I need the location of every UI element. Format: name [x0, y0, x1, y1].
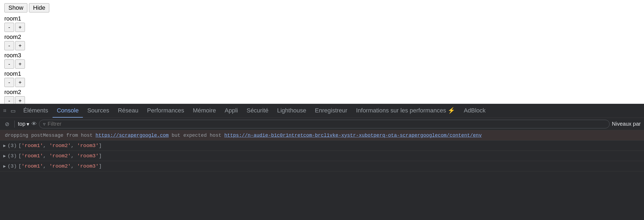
devtools-tab-enregistreur[interactable]: Enregistreur: [311, 104, 352, 118]
toolbar-divider-1: [14, 121, 15, 128]
devtools-tab-sources[interactable]: Sources: [83, 104, 113, 118]
devtools-tab-réseau[interactable]: Réseau: [113, 104, 143, 118]
room-plus-button-0[interactable]: +: [15, 23, 25, 32]
room-label-3: room1: [4, 70, 640, 77]
room-minus-button-1[interactable]: -: [4, 41, 14, 50]
devtools-tab-mémoire[interactable]: Mémoire: [188, 104, 220, 118]
room-label-4: room2: [4, 89, 640, 96]
room-section-4: room2-+: [4, 89, 640, 105]
context-selector[interactable]: top ▾: [18, 121, 29, 127]
levels-label: Niveaux par: [612, 121, 641, 127]
filter-bar[interactable]: ▿: [39, 120, 610, 128]
count-2: (3): [8, 153, 17, 159]
count-3: (3): [8, 163, 17, 169]
devtools-tabs-bar: ⌗ ▭ ÉlémentsConsoleSourcesRéseauPerforma…: [0, 104, 644, 118]
room-label-1: room2: [4, 34, 640, 41]
devtools-tab-lighthouse[interactable]: Lighthouse: [273, 104, 311, 118]
room-minus-button-3[interactable]: -: [4, 78, 14, 87]
array-1: ['room1', 'room2', 'room3']: [18, 143, 102, 149]
array-2: ['room1', 'room2', 'room3']: [18, 153, 102, 159]
filter-input[interactable]: [48, 121, 606, 127]
console-log-line-1: ▶ (3) ['room1', 'room2', 'room3']: [0, 141, 644, 151]
count-1: (3): [8, 143, 17, 149]
filter-icon: ▿: [43, 121, 45, 127]
room-plus-button-3[interactable]: +: [15, 78, 25, 87]
context-label: top: [18, 121, 25, 127]
devtools-tab-adblock[interactable]: AdBlock: [459, 104, 490, 118]
devtools-panel: ⌗ ▭ ÉlémentsConsoleSourcesRéseauPerforma…: [0, 104, 644, 220]
show-button[interactable]: Show: [4, 3, 27, 12]
room-controls-2: -+: [4, 59, 640, 69]
console-error-line: dropping postMessage from host https://s…: [0, 130, 644, 141]
devtools-tab-éléments[interactable]: Éléments: [19, 104, 53, 118]
room-plus-button-1[interactable]: +: [15, 41, 25, 50]
room-controls-1: -+: [4, 41, 640, 50]
devtools-tab-performances[interactable]: Performances: [143, 104, 188, 118]
eye-icon[interactable]: 👁: [31, 121, 37, 127]
room-plus-button-2[interactable]: +: [15, 59, 25, 69]
inspect-icon[interactable]: ⌗: [2, 106, 7, 115]
console-output: dropping postMessage from host https://s…: [0, 130, 644, 220]
room-label-0: room1: [4, 15, 640, 22]
room-minus-button-0[interactable]: -: [4, 23, 14, 32]
devtools-tab-appli[interactable]: Appli: [220, 104, 242, 118]
room-section-2: room3-+: [4, 52, 640, 69]
room-controls-0: -+: [4, 23, 640, 32]
array-3: ['room1', 'room2', 'room3']: [18, 163, 102, 169]
room-minus-button-2[interactable]: -: [4, 59, 14, 69]
devtools-tab-informations-sur-les-performances-⚡[interactable]: Informations sur les performances ⚡: [352, 104, 460, 118]
console-log-line-3: ▶ (3) ['room1', 'room2', 'room3']: [0, 161, 644, 171]
expand-icon-1[interactable]: ▶: [3, 143, 6, 148]
context-dropdown-icon: ▾: [27, 121, 29, 127]
error-message: dropping postMessage from host https://s…: [5, 133, 482, 138]
clear-console-icon[interactable]: ⊘: [3, 120, 11, 128]
room-section-3: room1-+: [4, 70, 640, 87]
devtools-tab-console[interactable]: Console: [53, 104, 83, 118]
expand-icon-3[interactable]: ▶: [3, 164, 6, 169]
console-log-line-2: ▶ (3) ['room1', 'room2', 'room3']: [0, 151, 644, 161]
devtools-tab-sécurité[interactable]: Sécurité: [242, 104, 273, 118]
room-controls-3: -+: [4, 78, 640, 87]
room-label-2: room3: [4, 52, 640, 59]
room-section-0: room1-+: [4, 15, 640, 32]
device-icon[interactable]: ▭: [9, 106, 17, 115]
room-section-1: room2-+: [4, 34, 640, 50]
expand-icon-2[interactable]: ▶: [3, 153, 6, 159]
console-toolbar: ⊘ top ▾ 👁 ▿ Niveaux par: [0, 118, 644, 130]
hide-button[interactable]: Hide: [29, 3, 49, 12]
